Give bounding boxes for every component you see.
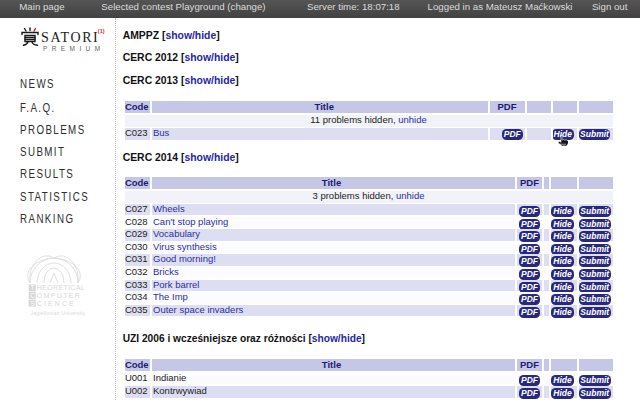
svg-text:T: T (30, 284, 34, 291)
svg-text:OMPUTER: OMPUTER (37, 292, 81, 299)
svg-text:CIENCE: CIENCE (37, 300, 76, 307)
svg-text:C: C (30, 292, 35, 299)
svg-text:S: S (30, 300, 34, 307)
svg-text:HEORETICAL: HEORETICAL (37, 284, 85, 291)
svg-text:Jagiellonian University: Jagiellonian University (30, 310, 85, 316)
